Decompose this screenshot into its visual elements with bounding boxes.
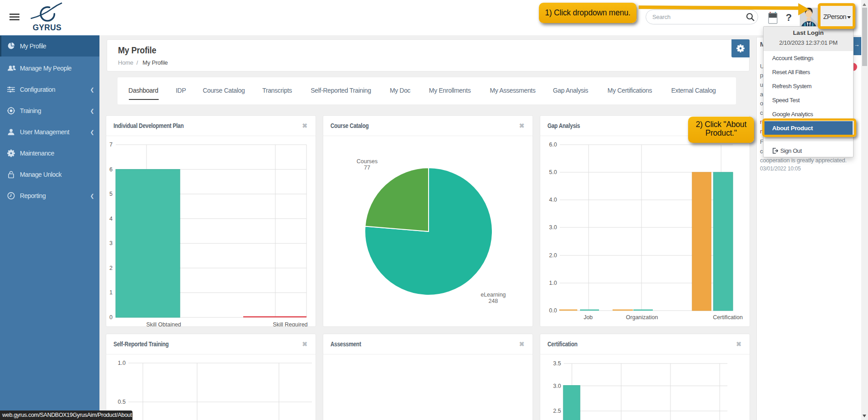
svg-text:3.0: 3.0	[549, 224, 557, 231]
svg-text:5: 5	[109, 191, 113, 197]
svg-text:6.0: 6.0	[549, 142, 557, 148]
svg-text:Skill Obtained: Skill Obtained	[146, 321, 181, 326]
svg-text:7: 7	[109, 142, 113, 148]
svg-text:77: 77	[364, 165, 370, 171]
svg-text:3: 3	[109, 240, 113, 246]
svg-text:2.0: 2.0	[549, 252, 557, 259]
svg-text:eLearning: eLearning	[481, 292, 506, 298]
svg-text:1.0: 1.0	[118, 360, 126, 366]
svg-text:4: 4	[109, 216, 113, 222]
svg-text:4.0: 4.0	[549, 197, 557, 203]
svg-text:2.5: 2.5	[553, 408, 561, 414]
svg-text:Courses: Courses	[357, 158, 378, 165]
svg-text:GYRUS: GYRUS	[33, 23, 61, 32]
svg-text:0.0: 0.0	[549, 307, 557, 314]
svg-text:Job: Job	[584, 314, 593, 321]
svg-text:0.5: 0.5	[118, 399, 126, 405]
svg-text:3.5: 3.5	[553, 360, 561, 367]
svg-text:Certification: Certification	[713, 314, 743, 321]
svg-text:1: 1	[109, 289, 113, 296]
svg-text:Organization: Organization	[626, 314, 658, 321]
svg-text:0: 0	[109, 314, 113, 321]
svg-text:2: 2	[109, 265, 113, 271]
svg-text:3.0: 3.0	[553, 383, 561, 389]
svg-text:6: 6	[109, 166, 113, 173]
svg-text:5.0: 5.0	[549, 169, 557, 175]
svg-text:248: 248	[489, 298, 498, 304]
svg-text:1.0: 1.0	[549, 280, 557, 286]
svg-text:Skill Required: Skill Required	[273, 321, 307, 326]
